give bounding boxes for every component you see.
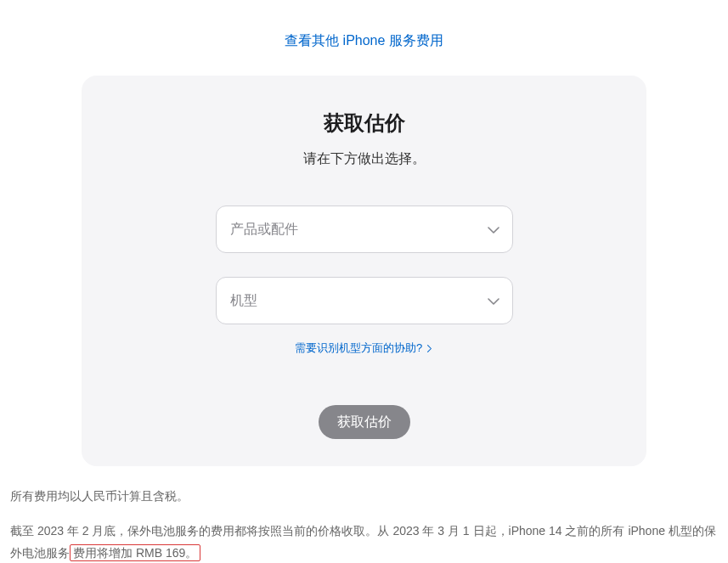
- footer-notes: 所有费用均以人民币计算且含税。 截至 2023 年 2 月底，保外电池服务的费用…: [0, 466, 728, 563]
- product-select-wrap: 产品或配件: [216, 205, 513, 253]
- card-title: 获取估价: [116, 110, 612, 137]
- model-select-wrap: 机型: [216, 277, 513, 324]
- get-estimate-button[interactable]: 获取估价: [319, 405, 410, 439]
- product-select[interactable]: 产品或配件: [216, 205, 513, 253]
- model-select-placeholder: 机型: [230, 292, 257, 310]
- chevron-right-icon: [426, 342, 433, 355]
- top-link-container: 查看其他 iPhone 服务费用: [0, 0, 728, 76]
- other-service-fee-link[interactable]: 查看其他 iPhone 服务费用: [285, 33, 443, 48]
- footer-line-2: 截至 2023 年 2 月底，保外电池服务的费用都将按照当前的价格收取。从 20…: [10, 520, 718, 563]
- estimate-card: 获取估价 请在下方做出选择。 产品或配件 机型 需要识别机型方面的协助? 获取估…: [82, 76, 646, 466]
- product-select-placeholder: 产品或配件: [230, 221, 298, 239]
- identify-model-help-link[interactable]: 需要识别机型方面的协助?: [295, 341, 433, 356]
- footer-line-1: 所有费用均以人民币计算且含税。: [10, 485, 718, 508]
- help-link-label: 需要识别机型方面的协助?: [295, 341, 422, 356]
- highlight-annotation: 费用将增加 RMB 169。: [70, 544, 200, 561]
- card-subtitle: 请在下方做出选择。: [116, 150, 612, 168]
- model-select[interactable]: 机型: [216, 277, 513, 324]
